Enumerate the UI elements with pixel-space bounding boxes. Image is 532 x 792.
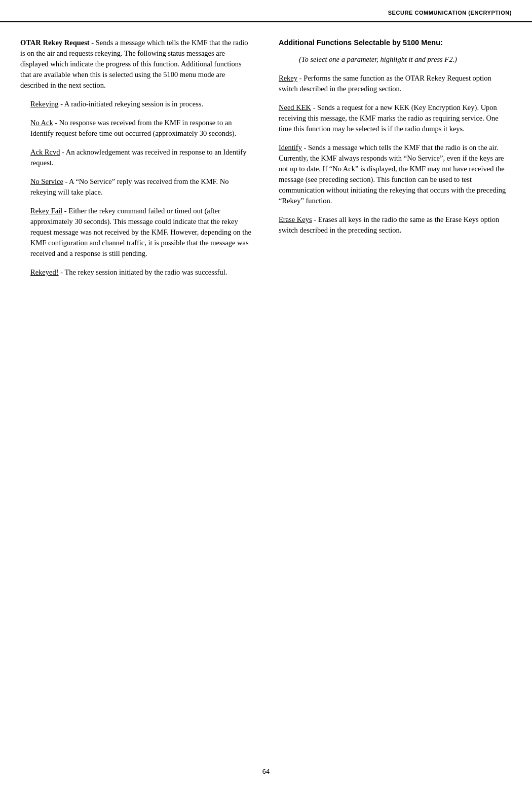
function-label-need-kek: Need KEK (279, 103, 311, 111)
status-item-ack-rcvd: Ack Rcvd - An acknowledgement was receiv… (20, 147, 253, 168)
page-footer: 64 (0, 767, 532, 777)
function-label-identify: Identify (279, 143, 302, 152)
page-header: SECURE COMMUNICATION (ENCRYPTION) (0, 0, 532, 22)
status-label-ack-rcvd: Ack Rcvd (30, 148, 60, 156)
function-item-need-kek: Need KEK - Sends a request for a new KEK… (279, 102, 512, 134)
right-column: Additional Functions Selectable by 5100 … (274, 37, 512, 286)
status-label-rekey-fail: Rekey Fail (30, 207, 62, 215)
function-text-identify: - Sends a message which tells the KMF th… (279, 143, 506, 205)
page-content: OTAR Rekey Request - Sends a message whi… (0, 22, 532, 306)
status-item-no-ack: No Ack - No response was received from t… (20, 118, 253, 139)
right-column-intro: (To select one a parameter, highlight it… (279, 54, 512, 65)
function-label-erase-keys: Erase Keys (279, 215, 312, 223)
main-term: OTAR Rekey Request (20, 39, 90, 47)
function-label-rekey: Rekey (279, 74, 297, 82)
status-label-rekeyed: Rekeyed! (30, 268, 59, 276)
function-item-rekey: Rekey - Performs the same function as th… (279, 73, 512, 94)
function-text-erase-keys: - Erases all keys in the radio the same … (279, 215, 499, 234)
status-text-no-ack: - No response was received from the KMF … (30, 119, 236, 137)
status-label-no-service: No Service (30, 177, 63, 185)
page-number: 64 (262, 768, 270, 775)
main-intro-para: OTAR Rekey Request - Sends a message whi… (20, 37, 253, 91)
right-column-title: Additional Functions Selectable by 5100 … (279, 37, 512, 48)
status-item-rekey-fail: Rekey Fail - Either the rekey command fa… (20, 206, 253, 259)
left-column: OTAR Rekey Request - Sends a message whi… (20, 37, 258, 286)
function-text-rekey: - Performs the same function as the OTAR… (279, 74, 491, 93)
header-title: SECURE COMMUNICATION (ENCRYPTION) (388, 10, 512, 16)
status-text-ack-rcvd: - An acknowledgement was received in res… (30, 148, 246, 167)
status-label-no-ack: No Ack (30, 119, 53, 127)
status-label-rekeying: Rekeying (30, 100, 59, 108)
status-item-no-service: No Service - A “No Service” reply was re… (20, 176, 253, 198)
status-item-rekeying: Rekeying - A radio-initiated rekeying se… (20, 99, 253, 109)
function-text-need-kek: - Sends a request for a new KEK (Key Enc… (279, 103, 499, 133)
function-item-identify: Identify - Sends a message which tells t… (279, 142, 512, 206)
status-text-rekeying: - A radio-initiated rekeying session is … (59, 100, 204, 108)
status-item-rekeyed: Rekeyed! - The rekey session initiated b… (20, 267, 253, 278)
function-item-erase-keys: Erase Keys - Erases all keys in the radi… (279, 214, 512, 236)
status-text-rekeyed: - The rekey session initiated by the rad… (59, 268, 227, 276)
status-text-rekey-fail: - Either the rekey command failed or tim… (30, 207, 251, 257)
